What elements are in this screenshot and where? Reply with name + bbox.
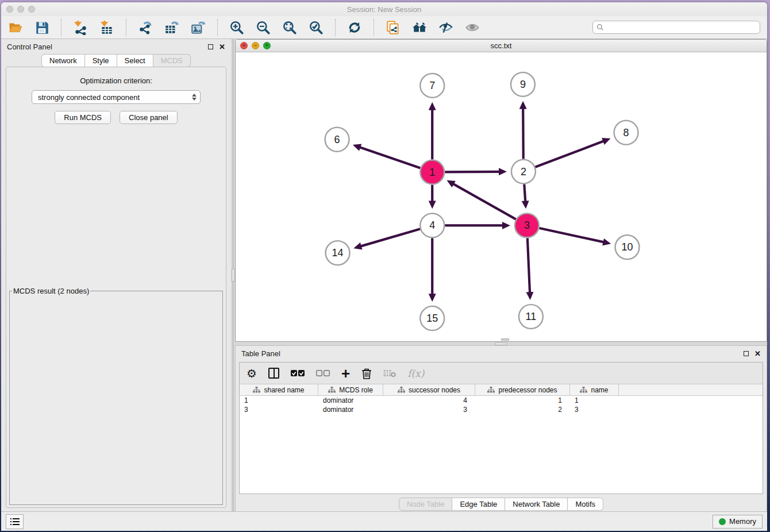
mcds-buttons-row: Run MCDS Close panel (6, 111, 226, 124)
table-row[interactable]: 3dominator323 (240, 405, 763, 414)
svg-text:6: 6 (334, 134, 340, 145)
table-cell[interactable]: 2 (475, 406, 570, 414)
search-input[interactable] (606, 24, 756, 32)
export-image-icon[interactable] (190, 19, 207, 36)
graph-edge-2-3[interactable] (522, 184, 529, 209)
graph-edge-3-10[interactable] (539, 228, 611, 245)
network-maximize-button[interactable]: + (263, 42, 271, 49)
add-column-icon[interactable]: + (341, 368, 350, 379)
tab-mcds[interactable]: MCDS (153, 54, 191, 67)
clone-network-icon[interactable] (384, 19, 402, 36)
import-table-icon[interactable] (98, 19, 116, 36)
graph-node-11[interactable]: 11 (519, 304, 543, 329)
column-header-MCDS-role[interactable]: MCDS role (318, 384, 383, 395)
graph-node-8[interactable]: 8 (614, 121, 638, 145)
function-builder-icon[interactable]: f(x) (407, 368, 424, 379)
save-session-icon[interactable] (33, 19, 51, 36)
split-columns-icon[interactable] (268, 368, 279, 379)
apply-layout-icon[interactable] (346, 19, 363, 36)
table-cell[interactable]: 1 (240, 396, 318, 404)
show-all-icon[interactable] (464, 19, 481, 36)
graph-node-15[interactable]: 15 (420, 306, 444, 330)
memory-status-icon (719, 518, 726, 525)
zoom-selected-icon[interactable] (307, 19, 325, 36)
table-cell[interactable]: 3 (240, 406, 318, 414)
select-all-columns-icon[interactable] (291, 370, 305, 377)
tab-network-table[interactable]: Network Table (505, 498, 568, 511)
tab-select[interactable]: Select (117, 54, 153, 67)
graph-edge-1-4[interactable] (429, 185, 436, 209)
graph-node-7[interactable]: 7 (420, 74, 444, 98)
graph-node-14[interactable]: 14 (326, 241, 350, 265)
tab-motifs[interactable]: Motifs (568, 498, 603, 511)
network-minimize-button[interactable]: − (252, 42, 259, 49)
graph-node-4[interactable]: 4 (420, 213, 444, 237)
float-table-panel-icon[interactable] (744, 351, 749, 356)
graph-node-3[interactable]: 3 (515, 213, 539, 237)
network-canvas[interactable]: 7968124314101511 (236, 52, 767, 341)
table-cell[interactable]: 3 (570, 406, 619, 414)
table-cell[interactable]: dominator (318, 406, 383, 414)
network-close-button[interactable]: × (240, 42, 248, 49)
vertical-splitter-handle[interactable] (232, 269, 235, 282)
graph-edge-1-2[interactable] (445, 168, 507, 175)
column-header-predecessor-nodes[interactable]: predecessor nodes (475, 384, 570, 395)
gear-icon[interactable]: ⚙ (247, 368, 257, 379)
hide-selected-icon[interactable] (437, 19, 455, 36)
graph-edge-1-6[interactable] (353, 144, 421, 168)
table-cell[interactable]: 1 (570, 396, 619, 404)
graph-edge-1-7[interactable] (429, 102, 436, 160)
tab-style[interactable]: Style (85, 54, 117, 67)
vertical-splitter[interactable] (231, 39, 235, 511)
export-network-icon[interactable] (137, 19, 154, 36)
network-graph[interactable]: 7968124314101511 (236, 52, 767, 341)
delete-table-icon[interactable] (383, 369, 396, 377)
svg-text:8: 8 (623, 127, 629, 138)
search-box[interactable] (592, 21, 760, 34)
table-cell[interactable]: 4 (383, 396, 475, 404)
graph-edge-3-1[interactable] (446, 180, 515, 219)
horizontal-splitter-handle[interactable] (495, 342, 507, 345)
tab-network[interactable]: Network (41, 54, 85, 67)
run-mcds-button[interactable]: Run MCDS (55, 111, 111, 124)
close-panel-button[interactable]: Close panel (120, 111, 178, 124)
graph-edge-2-9[interactable] (519, 101, 527, 159)
open-file-icon[interactable] (7, 19, 24, 36)
zoom-in-icon[interactable] (228, 19, 245, 36)
optimization-criterion-select[interactable]: strongly connected component (32, 90, 201, 104)
graph-node-2[interactable]: 2 (511, 160, 536, 184)
graph-edge-4-14[interactable] (353, 229, 420, 250)
close-panel-icon[interactable]: ✕ (219, 43, 225, 51)
graph-edge-4-3[interactable] (445, 222, 510, 229)
graph-node-9[interactable]: 9 (511, 72, 535, 97)
column-header-shared-name[interactable]: shared name (240, 384, 318, 395)
table-cell[interactable]: 1 (475, 396, 570, 404)
import-network-icon[interactable] (72, 19, 89, 36)
zoom-out-icon[interactable] (255, 19, 272, 36)
tab-edge-table[interactable]: Edge Table (452, 498, 505, 511)
export-table-icon[interactable] (163, 19, 180, 36)
column-header-name[interactable]: name (570, 384, 619, 395)
graph-edge-4-15[interactable] (429, 238, 436, 302)
table-cell[interactable]: dominator (318, 396, 383, 404)
close-table-panel-icon[interactable]: ✕ (754, 350, 761, 357)
task-history-button[interactable] (6, 514, 24, 529)
column-header-successor-nodes[interactable]: successor nodes (383, 384, 475, 395)
graph-edge-3-11[interactable] (526, 238, 534, 300)
float-panel-icon[interactable] (208, 44, 213, 49)
svg-text:7: 7 (429, 80, 435, 91)
graph-edge-2-8[interactable] (535, 138, 610, 167)
unselect-all-columns-icon[interactable] (316, 370, 330, 377)
graph-node-6[interactable]: 6 (325, 128, 349, 152)
zoom-fit-icon[interactable] (281, 19, 298, 36)
table-cell[interactable]: 3 (383, 406, 475, 414)
memory-button[interactable]: Memory (713, 515, 763, 529)
tab-node-table[interactable]: Node Table (399, 498, 453, 511)
delete-column-icon[interactable] (361, 368, 372, 379)
graph-node-1[interactable]: 1 (420, 160, 444, 184)
table-row[interactable]: 1dominator411 (240, 396, 763, 405)
first-neighbors-icon[interactable] (411, 19, 428, 36)
graph-node-10[interactable]: 10 (615, 235, 640, 259)
canvas-resize-grip[interactable] (501, 338, 509, 341)
control-panel: Control Panel ✕ Network Style Select MCD… (1, 39, 231, 511)
